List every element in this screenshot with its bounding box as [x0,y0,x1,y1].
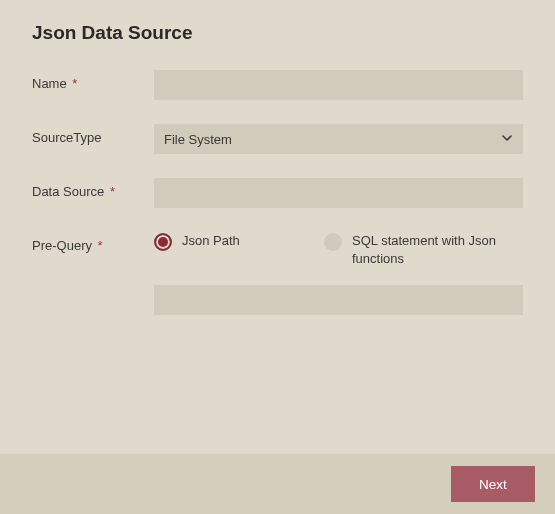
datasource-input[interactable] [154,178,523,208]
required-mark: * [98,238,103,253]
radio-sql-json[interactable]: SQL statement with Json functions [324,232,523,267]
required-mark: * [72,76,77,91]
label-prequery: Pre-Query * [32,232,154,253]
row-datasource: Data Source * [32,178,523,208]
row-name: Name * [32,70,523,100]
required-mark: * [110,184,115,199]
label-name: Name * [32,70,154,91]
radio-json-path[interactable]: Json Path [154,232,324,267]
radio-selected-icon [154,233,172,251]
footer: Next [0,454,555,514]
next-button[interactable]: Next [451,466,535,502]
sourcetype-select[interactable]: File System [154,124,523,154]
row-prequery: Pre-Query * Json Path SQL statement with… [32,232,523,315]
radio-sql-json-label: SQL statement with Json functions [352,232,523,267]
prequery-input[interactable] [154,285,523,315]
page-title: Json Data Source [32,22,523,44]
radio-unselected-icon [324,233,342,251]
label-datasource: Data Source * [32,178,154,199]
label-sourcetype: SourceType [32,124,154,145]
row-sourcetype: SourceType File System [32,124,523,154]
radio-json-path-label: Json Path [182,232,240,250]
name-input[interactable] [154,70,523,100]
